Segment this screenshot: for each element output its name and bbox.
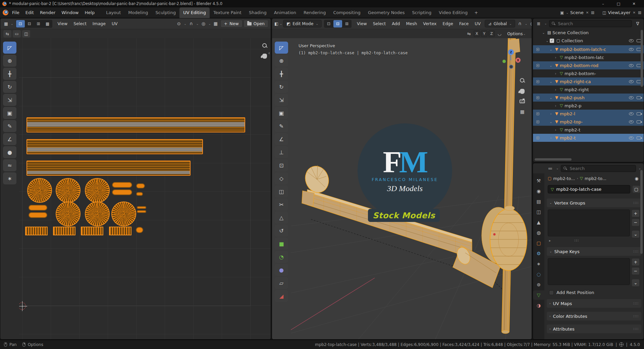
rotate-tool[interactable]: ↻	[3, 81, 16, 93]
image-browse-icon[interactable]: ▦	[212, 20, 219, 27]
sidebar-toggle-icon[interactable]: ‹	[268, 50, 270, 56]
uv-island-bar-2[interactable]	[26, 139, 203, 154]
camera-view-icon[interactable]	[520, 100, 525, 103]
menu-edit[interactable]: Edit	[22, 9, 37, 16]
menu-window[interactable]: Window	[58, 9, 82, 16]
to-sphere-tool[interactable]: ●	[275, 264, 288, 276]
menu-help[interactable]: Help	[82, 9, 98, 16]
scale-tool[interactable]: ⇲	[275, 94, 288, 106]
toggle-perspective-icon[interactable]: ▦	[520, 109, 524, 114]
properties-tab-data[interactable]: ▽	[533, 290, 544, 300]
workspace-tab-layout[interactable]: Layout	[102, 7, 124, 18]
uv-island-pill[interactable]	[112, 182, 132, 188]
outliner-item-mpb2-bottom-[interactable]: ›▽mpb2-bottom-	[533, 69, 644, 77]
disable-in-renders-toggle[interactable]	[637, 136, 641, 139]
new-viewlayer-button[interactable]: ⊞	[638, 10, 641, 15]
properties-tab-material[interactable]: ◑	[533, 301, 544, 310]
uv-island-pill[interactable]	[29, 212, 47, 218]
pivot-point-dropdown[interactable]: ⊙	[175, 20, 182, 27]
menu-file[interactable]: File	[9, 9, 22, 16]
breadcrumb-object[interactable]: mpb2-to...	[553, 176, 575, 181]
uv-select-box-mode[interactable]: ▭	[13, 30, 21, 38]
v3d-menu-vertex[interactable]: Vertex	[420, 20, 439, 27]
outliner-vertical-scrollbar[interactable]	[641, 30, 643, 87]
disable-in-renders-toggle[interactable]	[637, 120, 641, 123]
uv-island-strip[interactable]	[53, 227, 75, 235]
move-tool[interactable]: ╋	[3, 68, 16, 80]
zoom-icon[interactable]	[520, 78, 525, 83]
uv-island-bar-1[interactable]	[26, 117, 245, 132]
outliner-item-mpb2-bottom-rod[interactable]: ⌄▼mpb2-bottom-rod	[533, 61, 644, 69]
hide-in-viewport-toggle[interactable]	[629, 112, 634, 115]
properties-tab-object[interactable]: ▢	[533, 238, 544, 248]
v3d-menu-face[interactable]: Face	[456, 20, 472, 27]
workspace-tab-sculpting[interactable]: Sculpting	[152, 7, 179, 18]
v3d-menu-add[interactable]: Add	[389, 20, 403, 27]
transform-tool[interactable]: ▣	[275, 107, 288, 119]
uv-edge-select-button[interactable]: ⊟	[25, 20, 34, 27]
outliner-horizontal-scrollbar[interactable]	[535, 158, 572, 161]
shear-tool[interactable]: ▱	[275, 277, 288, 289]
scale-tool[interactable]: ⇲	[3, 94, 16, 106]
network-icon[interactable]	[619, 342, 624, 347]
workspace-tab-animation[interactable]: Animation	[270, 7, 300, 18]
uv-island-pill[interactable]	[136, 183, 145, 188]
collection-checkbox[interactable]: ✓	[550, 39, 554, 43]
uv-menu-view[interactable]: View	[55, 20, 71, 27]
cursor-tool[interactable]: ⊕	[3, 55, 16, 67]
expander-icon[interactable]: ›	[553, 72, 558, 75]
rotate-tool[interactable]: ↻	[275, 81, 288, 93]
hide-in-viewport-toggle[interactable]	[629, 80, 634, 83]
uv-island-pill[interactable]	[136, 227, 143, 233]
expander-icon[interactable]: ⌄	[548, 64, 553, 67]
outliner-collection-row[interactable]: ⌄ ✓ ▢ Collection	[533, 37, 644, 45]
v3d-menu-view[interactable]: View	[354, 20, 370, 27]
shape-keys-list[interactable]	[548, 258, 630, 285]
measure-tool[interactable]: ∠	[275, 133, 288, 145]
uv-face-select-button[interactable]: ⊞	[34, 20, 43, 27]
knife-tool[interactable]: ✂	[275, 198, 288, 211]
outliner-search-input[interactable]	[557, 21, 629, 26]
maximize-button[interactable]: □	[611, 0, 626, 7]
expander-icon[interactable]: ⌄	[548, 120, 553, 124]
uv-island-pill[interactable]	[112, 189, 132, 195]
disable-in-renders-toggle[interactable]	[637, 96, 641, 99]
zoom-icon[interactable]	[262, 43, 267, 48]
measure-tool[interactable]: ∠	[3, 133, 16, 145]
section-shape-keys[interactable]: ⌄ Shape Keys ∷∷	[547, 247, 641, 256]
v3d-menu-edge[interactable]: Edge	[440, 20, 456, 27]
outliner-item-mpb2-top-[interactable]: ⌄▼mpb2-top-	[533, 118, 644, 126]
v3d-menu-mesh[interactable]: Mesh	[403, 20, 420, 27]
pan-hand-icon[interactable]	[520, 89, 525, 94]
hide-in-viewport-toggle[interactable]	[629, 120, 634, 123]
uv-sync-selection-toggle[interactable]: ⇆	[3, 30, 11, 38]
uv-snap-island-toggle[interactable]: ◫	[22, 30, 30, 38]
move-tool[interactable]: ╋	[275, 68, 288, 80]
properties-search-input[interactable]	[569, 166, 634, 171]
spin-tool[interactable]: ↺	[275, 225, 288, 237]
breadcrumb-data[interactable]: mpb2-to...	[585, 176, 606, 181]
add-cube-tool[interactable]: ■	[275, 238, 288, 250]
uv-island-fan[interactable]	[56, 201, 80, 226]
tweak-tool[interactable]: ◸	[3, 42, 16, 54]
shape-key-specials-button[interactable]: ⌄	[632, 279, 640, 287]
outliner-item-mpb2-bottom-latch-c[interactable]: ⌄▼mpb2-bottom-latch-c	[533, 45, 644, 53]
options-dropdown[interactable]: Options ⌄	[504, 30, 529, 38]
hide-in-viewport-toggle[interactable]	[629, 64, 634, 67]
workspace-tab-scripting[interactable]: Scripting	[409, 7, 435, 18]
v3d-menu-uv[interactable]: UV	[472, 20, 484, 27]
proportional-editing-toggle[interactable]: ◎	[528, 20, 532, 27]
v3d-menu-select[interactable]: Select	[370, 20, 389, 27]
v3d-edge-select-button[interactable]: ⊟	[333, 20, 342, 27]
expander-icon[interactable]: ›	[553, 128, 558, 132]
relax-brush-tool[interactable]: ≈	[3, 159, 16, 171]
mirror-axis-z-toggle[interactable]: Z	[488, 31, 495, 37]
minimize-button[interactable]: –	[595, 0, 611, 7]
add-cylinder-tool[interactable]: ◔	[275, 251, 288, 263]
vertex-groups-subpanel[interactable]: ▸ ∷∷	[544, 238, 644, 243]
editor-type-uv-icon[interactable]: ▦	[3, 21, 9, 26]
add-shape-key-button[interactable]: +	[632, 258, 640, 266]
properties-tab-modifiers[interactable]: ⚙	[533, 249, 544, 258]
uv-2d-cursor[interactable]	[19, 302, 26, 310]
outliner-item-mpb2-right[interactable]: ›▽mpb2-right	[533, 85, 644, 94]
